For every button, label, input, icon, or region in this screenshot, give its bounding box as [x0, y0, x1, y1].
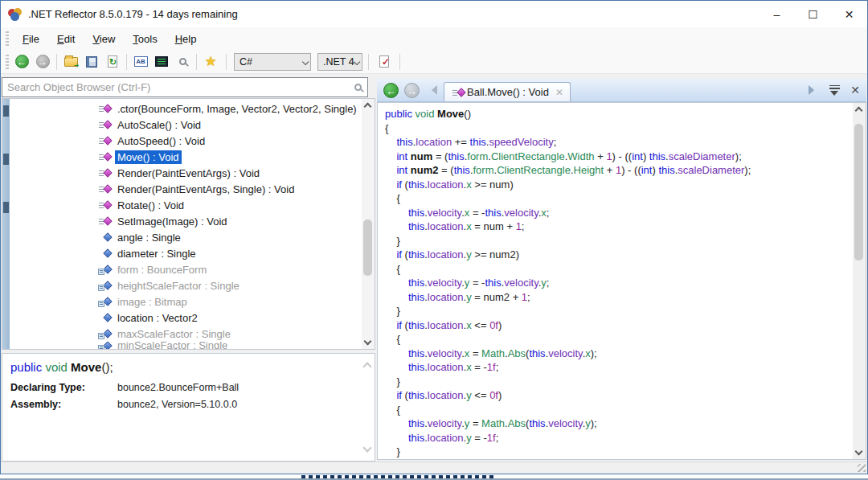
method-icon	[97, 183, 115, 195]
tree-item[interactable]: Rotate() : Void	[10, 197, 361, 213]
verify-check-button[interactable]	[375, 53, 394, 71]
tree-item-label: AutoScale() : Void	[115, 118, 203, 132]
tree-item[interactable]: image : Bitmap	[10, 293, 361, 310]
scroll-up-icon[interactable]	[362, 362, 371, 371]
scroll-up-icon[interactable]	[855, 107, 863, 115]
menu-item-edit[interactable]: Edit	[48, 30, 84, 48]
code-line: int num2 = (this.form.ClientRectangle.He…	[385, 163, 851, 178]
toolbar-separator	[226, 54, 227, 70]
method-icon	[97, 119, 115, 130]
maximize-button[interactable]: ☐	[795, 1, 831, 27]
tab-ball-move[interactable]: Ball.Move() : Void ✕	[444, 82, 571, 101]
forward-icon: →	[36, 55, 50, 68]
tree-item[interactable]: .ctor(BounceForm, Image, Vector2, Vector…	[10, 101, 361, 117]
close-button[interactable]: ✕	[831, 1, 867, 27]
scrollbar-thumb[interactable]	[363, 219, 372, 276]
code-scrollbar[interactable]	[853, 103, 866, 459]
toolbar-separator	[368, 54, 369, 70]
field-icon	[97, 232, 115, 243]
tree-item[interactable]: form : BounceForm	[10, 261, 361, 277]
info-row-label: Assembly:	[10, 399, 117, 410]
tree-item[interactable]: Render(PaintEventArgs) : Void	[10, 165, 361, 181]
method-icon	[97, 103, 115, 114]
nav-back-button[interactable]: ←	[383, 83, 399, 98]
tab-close-icon[interactable]: ✕	[555, 87, 563, 98]
next-tab-icon[interactable]	[809, 85, 814, 95]
back-button[interactable]: ←	[12, 53, 31, 71]
menu-item-help[interactable]: Help	[166, 30, 206, 48]
tree-item-label: Rotate() : Void	[115, 199, 186, 212]
method-icon	[97, 199, 115, 211]
method-icon	[97, 151, 115, 162]
tree-item-label: image : Bitmap	[115, 295, 190, 309]
tree-item[interactable]: maxScaleFactor : Single	[10, 326, 361, 342]
field-icon	[97, 312, 115, 323]
scroll-down-icon[interactable]	[855, 448, 863, 456]
search-icon[interactable]	[354, 84, 362, 91]
menu-item-tools[interactable]: Tools	[124, 30, 166, 48]
open-file-button[interactable]	[61, 53, 80, 71]
code-line: {	[385, 121, 851, 136]
object-browser-search[interactable]	[2, 77, 368, 97]
forward-button[interactable]: →	[33, 53, 52, 71]
toolbar-grip[interactable]	[6, 55, 9, 69]
code-line: if (this.location.y >= num2)	[385, 248, 851, 262]
decompiled-code[interactable]: public void Move(){ this.location += thi…	[385, 107, 851, 459]
tree-item[interactable]: SetImage(Image) : Void	[10, 213, 361, 229]
framework-select[interactable]: .NET 4.5	[317, 53, 362, 71]
menu-item-view[interactable]: View	[84, 30, 124, 48]
nav-forward-button[interactable]: →	[404, 83, 420, 98]
tree-item[interactable]: Render(PaintEventArgs, Single) : Void	[10, 181, 361, 197]
language-select[interactable]: C#	[234, 53, 311, 71]
tree-item[interactable]: AutoSpeed() : Void	[10, 133, 361, 149]
toolbar-grip[interactable]	[6, 31, 9, 46]
open-file-icon	[64, 57, 78, 67]
search-button[interactable]	[173, 53, 192, 71]
tree-item[interactable]: angle : Single	[10, 229, 361, 245]
scroll-down-icon[interactable]	[362, 443, 371, 452]
tab-list-icon[interactable]	[829, 85, 841, 95]
save-icon	[86, 56, 97, 68]
scrollbar-thumb[interactable]	[854, 124, 863, 261]
framework-select-value: .NET 4.5	[323, 56, 355, 68]
verify-check-icon	[379, 55, 389, 68]
app-window: .NET Reflector 8.5.0.179 - 14 days remai…	[0, 0, 868, 474]
close-pane-icon[interactable]: ✕	[850, 84, 860, 96]
tree-item[interactable]: diameter : Single	[10, 245, 361, 261]
field-icon	[97, 264, 115, 275]
resize-grip[interactable]	[858, 464, 866, 472]
tree-scrollbar[interactable]	[362, 99, 375, 349]
tree-item[interactable]: heightScaleFactor : Single	[10, 277, 361, 293]
titlebar: .NET Reflector 8.5.0.179 - 14 days remai…	[1, 1, 867, 27]
tree-item[interactable]: location : Vector2	[10, 310, 361, 326]
tree-item-label: AutoSpeed() : Void	[115, 134, 207, 148]
save-button[interactable]	[82, 53, 101, 71]
disassembler-button[interactable]	[152, 53, 171, 71]
code-line: this.velocity.y = Math.Abs(this.velocity…	[385, 416, 851, 431]
scroll-up-icon[interactable]	[364, 103, 372, 111]
method-icon	[97, 167, 115, 178]
search-input[interactable]	[2, 81, 354, 93]
decompiler-panel: ← → Ball.Move() : Void ✕ ✕ public void M…	[377, 75, 866, 462]
code-line: this.velocity.x = -this.velocity.x;	[385, 206, 851, 220]
background-window-sliver	[0, 475, 868, 480]
favorites-star-button[interactable]: ★	[201, 53, 220, 71]
refresh-icon	[108, 55, 117, 68]
tree-item[interactable]: minScaleFactor : Single	[10, 342, 361, 349]
tree-item[interactable]: Move() : Void	[10, 149, 361, 165]
tree-item-label: form : BounceForm	[115, 263, 209, 277]
toolbar-separator	[56, 54, 57, 70]
code-line: int num = (this.form.ClientRectangle.Wid…	[385, 150, 851, 164]
prev-tab-icon[interactable]	[432, 85, 437, 95]
code-line: if (this.location.x >= num)	[385, 178, 851, 192]
menu-item-file[interactable]: File	[14, 30, 48, 48]
scroll-down-icon[interactable]	[364, 338, 372, 346]
tree-item[interactable]: AutoScale() : Void	[10, 117, 361, 133]
member-tree: .ctor(BounceForm, Image, Vector2, Vector…	[2, 98, 375, 350]
code-line: }	[385, 445, 851, 459]
tree-item-label: Move() : Void	[115, 150, 182, 164]
minimize-button[interactable]: –	[759, 1, 795, 27]
search-icon	[179, 58, 186, 65]
find-text-button[interactable]: AB	[131, 53, 150, 71]
refresh-button[interactable]	[103, 53, 122, 71]
